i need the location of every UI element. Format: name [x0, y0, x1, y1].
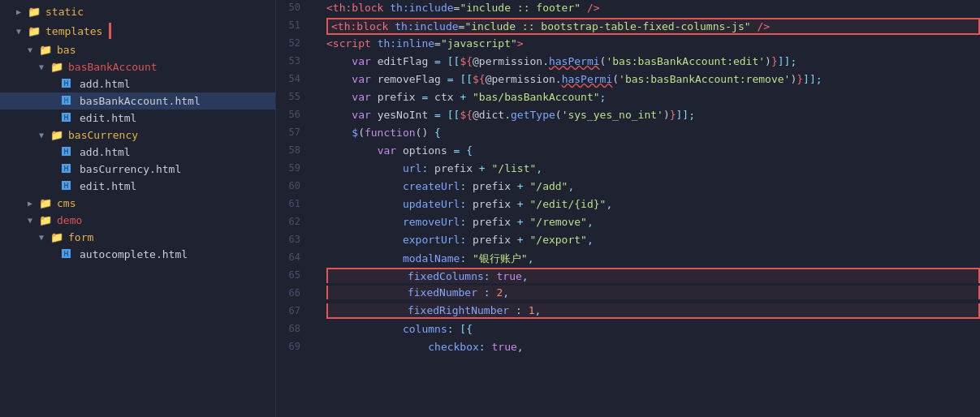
line-num-66: 66 — [276, 286, 310, 300]
code-line-56: 56 var yesNoInt = [[${@dict.getType('sys… — [276, 107, 980, 125]
line-num-52: 52 — [276, 36, 310, 50]
red-indicator — [109, 23, 111, 39]
tree-item-cms[interactable]: ▶ 📁 cms — [0, 195, 275, 212]
tree-label-add-html: add.html — [80, 78, 131, 90]
line-content-50: <th:block th:include="include :: footer"… — [326, 0, 980, 15]
file-icon-basBankAccount: 🅷 — [62, 96, 76, 106]
line-content-55: var prefix = ctx + "bas/basBankAccount"; — [326, 89, 980, 105]
tree-item-bas[interactable]: ▼ 📁 bas — [0, 41, 275, 58]
folder-icon-basBankAccount: 📁 — [50, 61, 65, 73]
folder-icon-templates: 📁 — [28, 25, 42, 37]
code-line-68: 68 columns: [{ — [276, 321, 980, 339]
line-content-65: fixedColumns: true, — [326, 268, 980, 283]
folder-icon-bas: 📁 — [39, 44, 54, 56]
arrow-icon-basCurrency: ▼ — [39, 131, 50, 140]
code-line-51: 51 <th:block th:include="include :: boot… — [276, 18, 980, 36]
tree-item-basCurrency-html[interactable]: 🅷 basCurrency.html — [0, 161, 275, 178]
file-icon-bas-add: 🅷 — [62, 147, 76, 157]
tree-item-demo[interactable]: ▼ 📁 demo — [0, 212, 275, 229]
tree-item-autocomplete-html[interactable]: 🅷 autocomplete.html — [0, 246, 275, 263]
line-num-57: 57 — [276, 125, 310, 140]
tree-label-edit-html: edit.html — [80, 112, 136, 124]
line-num-53: 53 — [276, 54, 310, 68]
line-content-63: exportUrl: prefix + "/export", — [326, 232, 980, 247]
code-line-60: 60 createUrl: prefix + "/add", — [276, 178, 980, 196]
file-icon-bas-edit: 🅷 — [62, 181, 76, 191]
tree-item-basCurrency-edit-html[interactable]: 🅷 edit.html — [0, 178, 275, 195]
line-content-53: var editFlag = [[${@permission.hasPermi(… — [326, 54, 980, 69]
line-content-67: fixedRightNumber : 1, — [326, 303, 980, 319]
line-content-68: columns: [{ — [326, 321, 980, 337]
tree-label-cms: cms — [57, 197, 76, 209]
tree-item-basCurrency-add-html[interactable]: 🅷 add.html — [0, 144, 275, 161]
line-num-62: 62 — [276, 214, 310, 229]
tree-item-static[interactable]: ▶ 📁 static — [0, 3, 275, 20]
line-num-51: 51 — [276, 18, 310, 32]
line-num-63: 63 — [276, 232, 310, 247]
line-num-69: 69 — [276, 339, 310, 354]
line-num-56: 56 — [276, 107, 310, 122]
arrow-icon-demo: ▼ — [28, 216, 39, 225]
line-content-69: checkbox: true, — [326, 339, 980, 355]
folder-icon-static: 📁 — [28, 6, 42, 18]
tree-label-static: static — [45, 6, 84, 18]
line-content-58: var options = { — [326, 143, 980, 158]
tree-label-bas: bas — [57, 44, 76, 56]
tree-item-basBankAccount[interactable]: ▼ 📁 basBankAccount — [0, 58, 275, 75]
tree-label-form: form — [68, 231, 93, 243]
tree-item-form[interactable]: ▼ 📁 form — [0, 229, 275, 246]
line-content-64: modalName: "银行账户", — [326, 250, 980, 268]
folder-icon-basCurrency: 📁 — [50, 129, 65, 141]
line-num-54: 54 — [276, 71, 310, 86]
line-content-60: createUrl: prefix + "/add", — [326, 178, 980, 194]
code-line-54: 54 var removeFlag = [[${@permission.hasP… — [276, 71, 980, 89]
line-content-66: fixedNumber : 2, — [326, 286, 980, 299]
tree-label-basCurrency-html: basCurrency.html — [80, 163, 181, 175]
arrow-icon-basBankAccount: ▼ — [39, 62, 50, 71]
line-content-57: $(function() { — [326, 125, 980, 140]
folder-icon-demo: 📁 — [39, 214, 54, 226]
line-content-59: url: prefix + "/list", — [326, 161, 980, 176]
arrow-icon-templates: ▼ — [16, 27, 28, 36]
code-line-55: 55 var prefix = ctx + "bas/basBankAccoun… — [276, 89, 980, 107]
code-line-59: 59 url: prefix + "/list", — [276, 161, 980, 178]
line-content-51: <th:block th:include="include :: bootstr… — [326, 18, 980, 35]
code-line-53: 53 var editFlag = [[${@permission.hasPer… — [276, 54, 980, 71]
code-line-57: 57 $(function() { — [276, 125, 980, 143]
tree-item-basCurrency[interactable]: ▼ 📁 basCurrency — [0, 127, 275, 144]
folder-icon-cms: 📁 — [39, 197, 54, 209]
tree-label-basBankAccount: basBankAccount — [68, 61, 158, 73]
code-line-58: 58 var options = { — [276, 143, 980, 161]
code-line-63: 63 exportUrl: prefix + "/export", — [276, 232, 980, 250]
tree-item-add-html[interactable]: 🅷 add.html — [0, 75, 275, 92]
arrow-icon-cms: ▶ — [28, 199, 39, 208]
tree-item-templates[interactable]: ▼ 📁 templates — [0, 20, 275, 41]
code-line-50: 50 <th:block th:include="include :: foot… — [276, 0, 980, 18]
code-line-52: 52 <script th:inline="javascript"> — [276, 36, 980, 54]
code-line-66: 66 fixedNumber : 2, — [276, 286, 980, 303]
line-num-60: 60 — [276, 178, 310, 193]
line-num-58: 58 — [276, 143, 310, 157]
line-num-65: 65 — [276, 268, 310, 282]
line-num-68: 68 — [276, 321, 310, 336]
tree-label-basCurrency-edit: edit.html — [80, 180, 136, 192]
line-num-55: 55 — [276, 89, 310, 104]
line-num-59: 59 — [276, 161, 310, 175]
tree-item-edit-html[interactable]: 🅷 edit.html — [0, 110, 275, 127]
file-tree: ▶ 📁 static ▼ 📁 templates ▼ 📁 bas ▼ 📁 bas… — [0, 0, 276, 417]
tree-label-basBankAccount-html: basBankAccount.html — [80, 95, 201, 107]
tree-label-autocomplete: autocomplete.html — [80, 248, 188, 260]
code-line-69: 69 checkbox: true, — [276, 339, 980, 357]
tree-item-basBankAccount-html[interactable]: 🅷 basBankAccount.html — [0, 92, 275, 110]
code-editor: 50 <th:block th:include="include :: foot… — [276, 0, 980, 417]
line-num-61: 61 — [276, 196, 310, 211]
line-num-67: 67 — [276, 303, 310, 318]
code-line-65: 65 fixedColumns: true, — [276, 268, 980, 286]
folder-icon-form: 📁 — [50, 231, 65, 243]
code-line-61: 61 updateUrl: prefix + "/edit/{id}", — [276, 196, 980, 214]
code-line-62: 62 removeUrl: prefix + "/remove", — [276, 214, 980, 232]
tree-label-demo: demo — [57, 214, 82, 226]
line-content-54: var removeFlag = [[${@permission.hasPerm… — [326, 71, 980, 87]
tree-label-basCurrency: basCurrency — [68, 129, 138, 141]
file-icon-autocomplete: 🅷 — [62, 249, 76, 260]
